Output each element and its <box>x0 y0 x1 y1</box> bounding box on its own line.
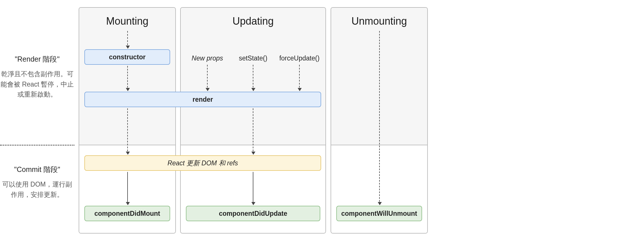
arrow-mounting-title-constructor <box>127 31 128 48</box>
trigger-setstate: setState() <box>233 54 273 62</box>
arrow-constructor-render <box>127 66 128 91</box>
render-phase-title: "Render 階段" <box>0 54 74 64</box>
render-phase-desc: 乾淨且不包含副作用。可能會被 React 暫停，中止或重新啟動。 <box>0 69 74 100</box>
arrow-reactupdates-didmount <box>127 172 128 205</box>
render-node[interactable]: render <box>84 92 321 107</box>
mounting-title: Mounting <box>79 8 175 27</box>
commit-phase-label: "Commit 階段" 可以使用 DOM，運行副作用，安排更新。 <box>0 165 74 200</box>
commit-phase-title: "Commit 階段" <box>0 165 74 174</box>
render-phase-label: "Render 階段" 乾淨且不包含副作用。可能會被 React 暫停，中止或重… <box>0 54 74 100</box>
trigger-new-props: New props <box>187 54 227 62</box>
constructor-node[interactable]: constructor <box>84 49 170 65</box>
arrow-reactupdates-didupdate <box>253 172 253 205</box>
react-updates-node: React 更新 DOM 和 refs <box>84 155 321 171</box>
updating-title: Updating <box>181 8 325 27</box>
arrow-newprops-render <box>207 65 208 91</box>
arrow-render-reactupdates-u <box>253 108 253 154</box>
arrow-setstate-render <box>253 65 253 91</box>
phase-divider <box>0 145 74 146</box>
arrow-unmounting-willunmount <box>379 31 380 205</box>
arrow-render-reactupdates-m <box>127 108 128 154</box>
arrow-forceupdate-render <box>299 65 300 91</box>
component-will-unmount-node[interactable]: componentWillUnmount <box>336 206 422 221</box>
react-lifecycle-diagram: "Render 階段" 乾淨且不包含副作用。可能會被 React 暫停，中止或重… <box>0 0 644 243</box>
component-did-mount-node[interactable]: componentDidMount <box>84 206 170 221</box>
commit-phase-desc: 可以使用 DOM，運行副作用，安排更新。 <box>0 179 74 200</box>
component-did-update-node[interactable]: componentDidUpdate <box>186 206 320 221</box>
trigger-forceupdate: forceUpdate() <box>277 54 322 62</box>
unmounting-title: Unmounting <box>331 8 427 27</box>
